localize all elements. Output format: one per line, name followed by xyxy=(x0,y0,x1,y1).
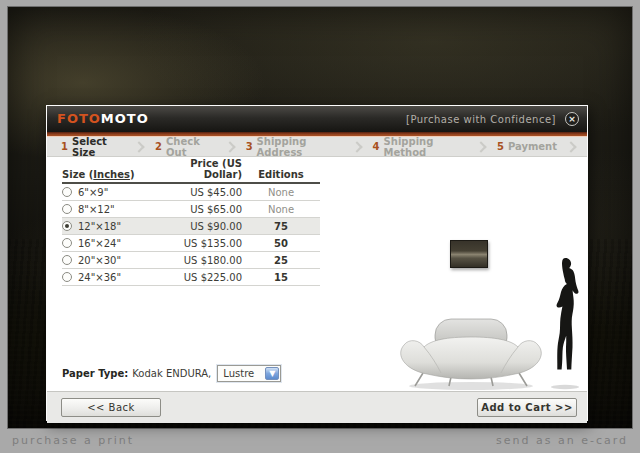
logo-foto-text: FOTO xyxy=(57,111,101,126)
radio-button[interactable] xyxy=(62,272,72,282)
price-value: US $45.00 xyxy=(172,187,242,198)
step-number: 1 xyxy=(61,141,68,152)
price-value: US $180.00 xyxy=(172,255,242,266)
step-number: 4 xyxy=(373,141,380,152)
logo-moto-text: MOTO xyxy=(101,111,149,126)
editions-value: 15 xyxy=(242,272,320,283)
price-value: US $135.00 xyxy=(172,238,242,249)
chevron-separator-icon xyxy=(351,141,362,152)
editions-value: None xyxy=(242,204,320,215)
radio-button[interactable] xyxy=(62,238,72,248)
step-label: Check Out xyxy=(166,136,216,158)
size-value: 6"×9" xyxy=(78,187,108,198)
step-label: Shipping Address xyxy=(257,136,343,158)
tab-shipping-method[interactable]: 4 Shipping Method xyxy=(373,136,467,158)
purchase-dialog: FOTOMOTO [Purchase with Confidence] × 1 … xyxy=(46,105,588,421)
size-row-12x18[interactable]: 12"×18" US $90.00 75 xyxy=(62,218,320,235)
paper-type-row: Paper Type: Kodak ENDURA, Lustre ▼ xyxy=(62,365,281,382)
editions-value: 75 xyxy=(242,221,320,232)
step-label: Payment xyxy=(508,141,557,152)
price-value: US $65.00 xyxy=(172,204,242,215)
editions-value: None xyxy=(242,187,320,198)
tab-check-out[interactable]: 2 Check Out xyxy=(155,136,216,158)
size-table: Size (Inches) Price (US Dollar) Editions… xyxy=(62,169,320,286)
checkout-step-tabs: 1 Select Size 2 Check Out 3 Shipping Add… xyxy=(47,136,587,157)
price-value: US $90.00 xyxy=(172,221,242,232)
size-value: 8"×12" xyxy=(78,204,115,215)
size-value: 20"×30" xyxy=(78,255,121,266)
print-size-preview-image xyxy=(450,240,488,268)
header-right: [Purchase with Confidence] × xyxy=(406,112,579,126)
chevron-separator-icon xyxy=(565,141,576,152)
step-label: Shipping Method xyxy=(384,136,467,158)
step-number: 5 xyxy=(497,141,504,152)
paper-finish-select[interactable]: Lustre ▼ xyxy=(217,365,281,382)
selected-finish-value: Lustre xyxy=(223,368,254,379)
size-row-16x24[interactable]: 16"×24" US $135.00 50 xyxy=(62,235,320,252)
editions-column-header: Editions xyxy=(242,169,320,180)
radio-button[interactable] xyxy=(62,255,72,265)
dialog-footer: << Back Add to Cart >> xyxy=(47,391,587,423)
add-to-cart-button[interactable]: Add to Cart >> xyxy=(477,398,577,417)
radio-button[interactable] xyxy=(62,221,72,231)
dropdown-arrow-icon: ▼ xyxy=(265,367,279,380)
inches-link[interactable]: Inches xyxy=(93,169,130,180)
back-button[interactable]: << Back xyxy=(61,398,161,417)
close-icon[interactable]: × xyxy=(565,112,579,126)
chevron-separator-icon xyxy=(224,141,235,152)
size-header-text: Size ( xyxy=(62,169,93,180)
dialog-header: FOTOMOTO [Purchase with Confidence] × xyxy=(47,106,587,132)
size-value: 16"×24" xyxy=(78,238,121,249)
size-row-6x9[interactable]: 6"×9" US $45.00 None xyxy=(62,184,320,201)
step-label: Select Size xyxy=(72,136,125,158)
tab-shipping-address[interactable]: 3 Shipping Address xyxy=(246,136,343,158)
radio-button[interactable] xyxy=(62,187,72,197)
paper-type-label: Paper Type: xyxy=(62,368,128,379)
tab-payment[interactable]: 5 Payment xyxy=(497,141,557,152)
page-bottom-bar: purchase a print send as an e-card xyxy=(0,429,640,453)
chevron-separator-icon xyxy=(475,141,486,152)
tab-select-size[interactable]: 1 Select Size xyxy=(61,136,125,158)
price-column-header: Price (US Dollar) xyxy=(172,158,242,180)
size-column-header: Size (Inches) xyxy=(62,169,172,180)
radio-button[interactable] xyxy=(62,204,72,214)
price-value: US $225.00 xyxy=(172,272,242,283)
step-number: 3 xyxy=(246,141,253,152)
chevron-separator-icon xyxy=(133,141,144,152)
person-silhouette xyxy=(547,257,587,390)
purchase-a-print-link[interactable]: purchase a print xyxy=(12,434,134,447)
size-value: 12"×18" xyxy=(78,221,121,232)
step-number: 2 xyxy=(155,141,162,152)
size-row-24x36[interactable]: 24"×36" US $225.00 15 xyxy=(62,269,320,286)
couch-illustration xyxy=(399,317,543,391)
paper-brand-label: Kodak ENDURA, xyxy=(132,368,211,379)
size-row-8x12[interactable]: 8"×12" US $65.00 None xyxy=(62,201,320,218)
size-value: 24"×36" xyxy=(78,272,121,283)
size-table-header: Size (Inches) Price (US Dollar) Editions xyxy=(62,169,320,184)
editions-value: 25 xyxy=(242,255,320,266)
size-header-text: ) xyxy=(130,169,135,180)
size-row-20x30[interactable]: 20"×30" US $180.00 25 xyxy=(62,252,320,269)
fotomoto-logo: FOTOMOTO xyxy=(57,106,149,132)
purchase-confidence-label: [Purchase with Confidence] xyxy=(406,114,556,125)
send-ecard-link[interactable]: send as an e-card xyxy=(496,434,628,447)
editions-value: 50 xyxy=(242,238,320,249)
dialog-content: Size (Inches) Price (US Dollar) Editions… xyxy=(47,157,587,391)
